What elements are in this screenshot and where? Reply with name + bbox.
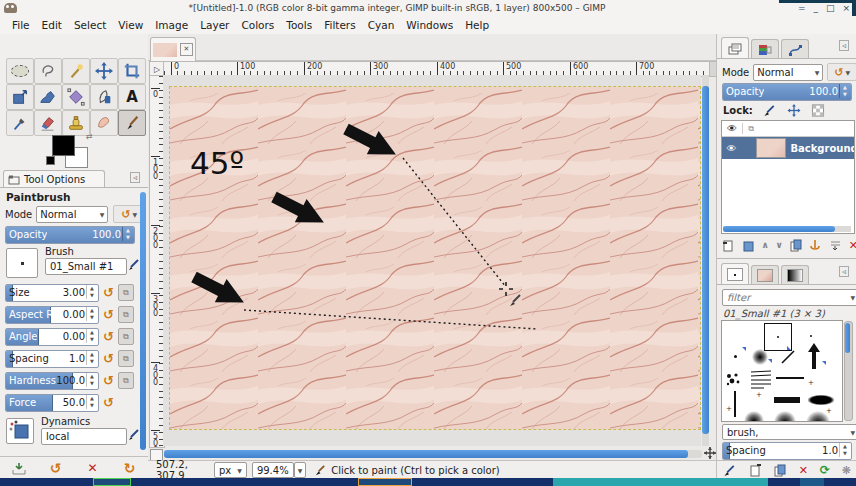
spacing-slider[interactable]: Spacing1.0▲▼ ↺ ⧉ <box>5 350 134 367</box>
tool-scale[interactable] <box>6 84 34 110</box>
brush-item-thick-bar[interactable] <box>774 397 800 403</box>
aspect-ratio-chain-icon[interactable]: ⧉ <box>118 306 134 323</box>
layer-mode-select[interactable]: Normal▼ <box>753 64 823 81</box>
size-reset-icon[interactable]: ↺ <box>103 285 114 300</box>
tab-brushes[interactable] <box>721 263 749 285</box>
tool-move[interactable] <box>90 58 118 84</box>
brush-item-diagonal[interactable] <box>780 349 796 365</box>
tab-layers[interactable] <box>721 37 749 59</box>
spacing-reset-icon[interactable]: ↺ <box>103 351 114 366</box>
brush-item-fuzzy-blob-2[interactable] <box>774 411 796 422</box>
edit-dynamics-icon[interactable] <box>127 428 141 442</box>
taskbar-item-2[interactable] <box>358 478 412 486</box>
brush-item-fuzzy-blob-1[interactable] <box>744 411 764 422</box>
zoom-value[interactable]: 99.4% <box>252 462 294 478</box>
force-reset-icon[interactable]: ↺ <box>103 395 114 410</box>
image-tab-close-icon[interactable]: ✕ <box>180 43 193 56</box>
tab-channels[interactable] <box>751 39 779 59</box>
opacity-slider[interactable]: Opacity 100.0 ▲▼ <box>5 226 135 243</box>
image-tab[interactable]: ✕ <box>150 37 196 61</box>
menu-edit[interactable]: Edit <box>36 17 68 33</box>
tool-ellipse-select[interactable] <box>6 58 34 84</box>
angle-chain-icon[interactable]: ⧉ <box>118 328 134 345</box>
unit-select[interactable]: px▼ <box>214 462 247 478</box>
edit-brush-button[interactable] <box>723 464 737 477</box>
menu-select[interactable]: Select <box>68 17 112 33</box>
brush-item-splatter[interactable] <box>724 371 742 389</box>
layer-opacity-slider[interactable]: Opacity 100.0 ▲▼ <box>722 83 852 101</box>
brush-item-vertical-line[interactable] <box>734 391 736 417</box>
dynamics-options-expander[interactable]: › Dynamics Options <box>6 454 115 455</box>
dynamics-preview[interactable] <box>6 418 34 444</box>
aspect-ratio-reset-icon[interactable]: ↺ <box>103 307 114 322</box>
open-brush-as-image-button[interactable]: ❋ <box>842 464 851 477</box>
canvas-viewport[interactable]: 45º <box>163 75 701 446</box>
hardness-reset-icon[interactable]: ↺ <box>103 373 114 388</box>
brush-item-dot-2[interactable] <box>734 355 737 358</box>
canvas-vscrollbar[interactable] <box>702 75 709 446</box>
navigation-icon[interactable] <box>704 447 716 459</box>
tool-options-scrollbar[interactable] <box>140 192 146 450</box>
tool-smudge[interactable] <box>90 110 118 136</box>
layer-row-background[interactable]: 👁 Background <box>722 137 854 159</box>
raise-layer-button[interactable]: ∧ <box>761 240 768 250</box>
tool-ink[interactable] <box>90 84 118 110</box>
foreground-color-swatch[interactable] <box>52 135 75 156</box>
menu-layer[interactable]: Layer <box>194 17 235 33</box>
brush-item-hatch[interactable] <box>750 369 772 389</box>
window-close-button[interactable]: × <box>842 3 850 13</box>
window-shade-button[interactable]: = <box>798 3 806 13</box>
brush-name-field[interactable]: 01_Small #1 <box>45 258 127 275</box>
brush-item-arrow[interactable] <box>806 343 822 369</box>
spacing-chain-icon[interactable]: ⧉ <box>118 350 134 367</box>
edit-brush-icon[interactable] <box>127 258 141 272</box>
menu-view[interactable]: View <box>112 17 149 33</box>
brush-spacing-slider[interactable]: Spacing 1.0 ▲▼ <box>722 442 850 460</box>
hardness-slider[interactable]: Hardness100.0▲▼ ↺ ⧉ <box>5 372 134 389</box>
delete-layer-button[interactable]: ✕ <box>849 239 856 252</box>
duplicate-layer-button[interactable] <box>790 239 803 252</box>
menu-colors[interactable]: Colors <box>235 17 280 33</box>
lock-alpha-icon[interactable] <box>811 104 825 117</box>
hardness-chain-icon[interactable]: ⧉ <box>118 372 134 389</box>
taskbar-item-1[interactable] <box>93 478 131 486</box>
restore-tool-preset-button[interactable]: ↺ <box>47 460 65 476</box>
tool-eraser[interactable] <box>34 110 62 136</box>
aspect-ratio-slider[interactable]: Aspect Ratio0.00▲▼ ↺ ⧉ <box>5 306 134 323</box>
lock-pixels-icon[interactable] <box>763 104 777 117</box>
tab-gradients[interactable] <box>781 265 809 285</box>
menu-image[interactable]: Image <box>149 17 194 33</box>
size-slider[interactable]: Size3.00▲▼ ↺ ⧉ <box>5 284 134 301</box>
window-minimize-button[interactable]: _ <box>813 3 818 13</box>
dynamics-name-field[interactable]: local <box>41 428 127 445</box>
brush-grid-scrollbar[interactable] <box>844 321 853 421</box>
tool-text[interactable]: A <box>118 84 146 110</box>
canvas-hscrollbar[interactable] <box>164 450 702 458</box>
layer-mode-reset-button[interactable]: ↺▼ <box>827 63 856 81</box>
brush-grid[interactable]: + + + + <box>721 320 843 422</box>
paint-mode-select[interactable]: Normal▼ <box>36 206 108 223</box>
default-colors-icon[interactable] <box>46 156 55 165</box>
new-layer-group-button[interactable] <box>742 239 755 252</box>
brush-dock-menu-icon[interactable]: ◃ <box>839 266 849 277</box>
dock-menu-icon[interactable]: ◃ <box>839 40 849 51</box>
menu-tools[interactable]: Tools <box>280 17 318 33</box>
merge-down-button[interactable] <box>829 239 842 252</box>
brush-item-dot[interactable] <box>810 335 812 337</box>
taskbar-item-3[interactable] <box>553 478 768 486</box>
angle-slider[interactable]: Angle0.00▲▼ ↺ ⧉ <box>5 328 134 345</box>
visibility-column-icon[interactable]: 👁 <box>722 123 743 134</box>
menu-file[interactable]: File <box>6 17 36 33</box>
menu-filters[interactable]: Filters <box>318 17 361 33</box>
brush-filter-select[interactable]: filter ▼ <box>722 289 856 306</box>
refresh-brushes-button[interactable]: ⟳ <box>820 463 830 477</box>
save-tool-preset-button[interactable] <box>10 460 28 476</box>
duplicate-brush-button[interactable] <box>774 464 787 477</box>
tool-free-select[interactable] <box>34 58 62 84</box>
delete-tool-preset-button[interactable]: ✕ <box>84 460 102 476</box>
force-slider[interactable]: Force50.0▲▼ ↺ <box>5 394 114 411</box>
tool-fuzzy-select[interactable] <box>62 58 90 84</box>
lock-position-icon[interactable] <box>787 104 801 117</box>
tool-bucket-fill[interactable] <box>34 84 62 110</box>
brush-preview[interactable] <box>6 248 38 278</box>
